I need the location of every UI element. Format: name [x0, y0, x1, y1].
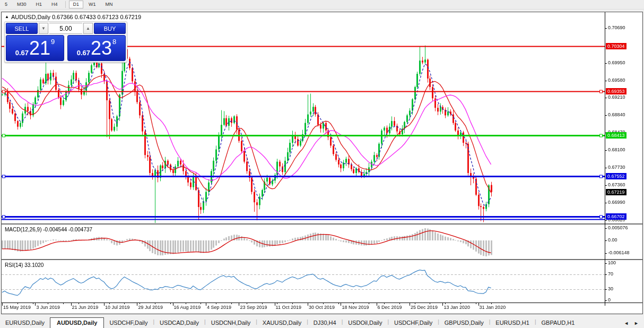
price-axis-label: 0.67730	[608, 165, 625, 170]
macd-axis-label: -0.006148	[608, 250, 630, 255]
volume-input[interactable]: 5.00	[49, 23, 82, 34]
price-axis-label: 0.67360	[608, 182, 625, 187]
tab-xauusd-daily[interactable]: XAUUSD,Daily	[257, 318, 307, 328]
tab-dj30-h4[interactable]: DJ30,H4	[308, 318, 342, 328]
date-axis-label: 21 Jun 2019	[72, 305, 99, 310]
current-price-chip: 0.67219	[606, 189, 626, 195]
collapse-triangle-icon[interactable]: ▲	[5, 15, 9, 19]
rsi-axis-label: 0	[608, 297, 611, 303]
sell-price-prefix: 0.67	[15, 49, 29, 57]
buy-price-big: 23	[91, 39, 112, 58]
price-axis-label: 0.66990	[608, 200, 625, 205]
price-line-label-chip: 0.68413	[606, 132, 626, 139]
tab-gbpaud-h1[interactable]: GBPAUD,H1	[536, 318, 580, 328]
trade-panel-controls: SELL ▼ 5.00 ▲ BUY	[6, 23, 126, 34]
one-click-trade-panel: SELL ▼ 5.00 ▲ BUY 0.67 21 9 0.67 23 8	[4, 21, 127, 63]
macd-axis-label: 0.00	[608, 237, 617, 243]
price-line-label-chip: 0.66702	[606, 213, 626, 220]
tab-usdcnh-daily[interactable]: USDCNH,Daily	[206, 318, 256, 328]
mt4-window: 5M30H1H4D1W1MN ▲ AUDUSD,Daily 0.67366 0.…	[0, 0, 644, 328]
sell-price-big: 21	[29, 39, 50, 58]
rsi-axis-label: 100	[608, 260, 616, 265]
sell-button[interactable]: SELL	[6, 23, 38, 34]
rsi-axis-label: 30	[608, 286, 613, 291]
sell-price-sup: 9	[51, 38, 55, 46]
date-axis-label: 18 Nov 2019	[342, 305, 369, 310]
trade-panel-prices: 0.67 21 9 0.67 23 8	[6, 35, 126, 61]
price-line-label-chip: 0.70304	[606, 43, 626, 49]
date-axis-label: 13 Jan 2020	[443, 305, 470, 310]
price-line-label-chip: 0.67552	[606, 173, 626, 179]
tab-usdchf-daily[interactable]: USDCHF,Daily	[389, 318, 438, 328]
date-axis-label: 25 Dec 2019	[411, 305, 438, 310]
date-axis-label: 6 Dec 2019	[378, 305, 402, 310]
tab-scroll-arrows: ◄►	[624, 321, 644, 328]
date-axis-label: 23 Sep 2019	[240, 305, 267, 310]
price-line-label-chip: 0.69353	[606, 88, 626, 94]
buy-button[interactable]: BUY	[94, 23, 126, 34]
date-axis-label: 16 Aug 2019	[174, 305, 201, 310]
chevron-up-icon: ▲	[86, 26, 90, 31]
tab-eurusd-daily[interactable]: EURUSD,Daily	[0, 318, 50, 328]
rsi-indicator-label: RSI(14) 33.1020	[5, 262, 43, 268]
macd-axis-label: 0.005076	[608, 225, 628, 230]
macd-indicator-label: MACD(12,26,9) -0.004544 -0.004737	[5, 227, 92, 232]
price-axis-label: 0.69580	[608, 77, 625, 83]
date-axis-label: 11 Oct 2019	[276, 305, 301, 310]
price-axis-label: 0.70690	[608, 25, 625, 30]
tab-eurusd-h1[interactable]: EURUSD,H1	[490, 318, 535, 328]
chart-tab-bar: EURUSD,DailyAUDUSD,DailyUSDCHF,Daily|USD…	[0, 316, 644, 328]
date-axis-label: 4 Sep 2019	[207, 305, 231, 310]
tab-scroll-left-icon[interactable]: ◄	[624, 321, 629, 326]
buy-price-button[interactable]: 0.67 23 8	[67, 35, 126, 61]
tab-usdoil-daily[interactable]: USDOil,Daily	[343, 318, 387, 328]
chart-title: ▲ AUDUSD,Daily 0.67366 0.67433 0.67123 0…	[5, 14, 141, 20]
tab-usdchf-daily[interactable]: USDCHF,Daily	[104, 318, 153, 328]
chart-title-text: AUDUSD,Daily 0.67366 0.67433 0.67123 0.6…	[11, 14, 141, 20]
date-axis-label: 15 May 2019	[3, 305, 31, 310]
price-axis-label: 0.69210	[608, 94, 625, 100]
date-axis-label: 3 Jun 2019	[36, 305, 60, 310]
tab-usdcad-daily[interactable]: USDCAD,Daily	[154, 318, 204, 328]
date-axis-label: 10 Jul 2019	[105, 305, 130, 310]
tab-gbpusd-daily[interactable]: GBPUSD,Daily	[439, 318, 489, 328]
chevron-down-icon: ▼	[41, 26, 46, 31]
tab-scroll-right-icon[interactable]: ►	[634, 321, 639, 326]
buy-price-prefix: 0.67	[77, 49, 90, 57]
date-axis-label: 29 Jul 2019	[138, 305, 163, 310]
tab-audusd-daily[interactable]: AUDUSD,Daily	[50, 317, 104, 328]
price-axis-label: 0.68100	[608, 147, 625, 152]
rsi-axis-label: 70	[608, 271, 613, 277]
date-axis-label: 30 Oct 2019	[309, 305, 335, 310]
price-axis-label: 0.68840	[608, 112, 625, 117]
volume-decrease-button[interactable]: ▼	[39, 23, 48, 34]
volume-increase-button[interactable]: ▲	[83, 23, 93, 34]
date-axis-label: 31 Jan 2020	[480, 305, 506, 310]
price-axis-label: 0.69950	[608, 60, 625, 65]
buy-price-sup: 8	[112, 38, 116, 46]
sell-price-button[interactable]: 0.67 21 9	[6, 35, 64, 61]
